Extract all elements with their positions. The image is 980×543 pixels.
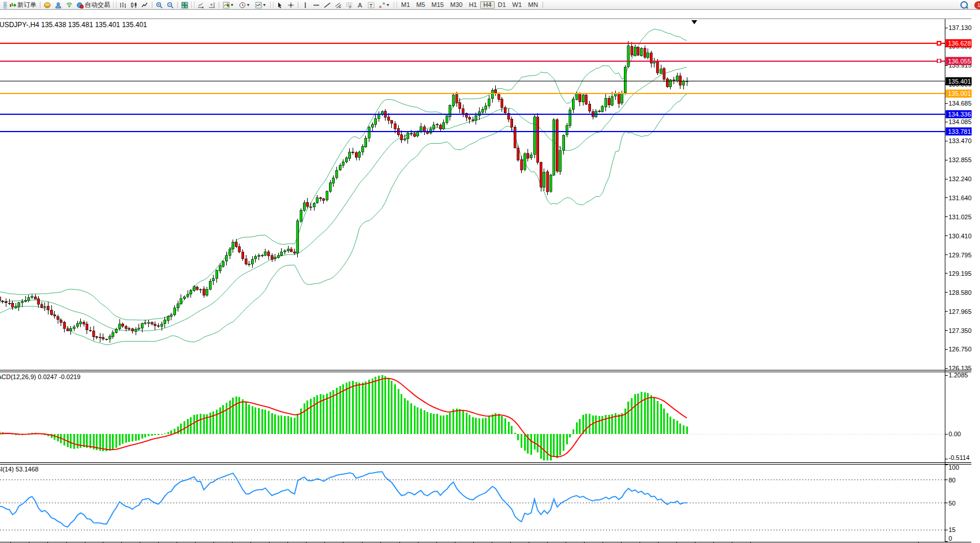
arrows-button[interactable]: ▾ — [377, 1, 392, 9]
timeframe-m5[interactable]: M5 — [413, 1, 428, 9]
candle-down — [96, 336, 98, 337]
bar-chart-button[interactable] — [118, 1, 128, 9]
candle-down — [319, 198, 321, 199]
candle-up — [222, 261, 225, 267]
search-icon — [960, 1, 968, 9]
new-order-label: 新订单 — [17, 1, 36, 9]
price-tick-label: 130.410 — [949, 233, 972, 239]
candle-up — [190, 291, 192, 294]
candle-up — [24, 300, 27, 302]
toolbar-separator — [298, 2, 298, 8]
svg-text:E: E — [339, 5, 341, 9]
open-account-button[interactable] — [53, 1, 63, 9]
candle-up — [634, 47, 636, 56]
autotrading-status-icon — [77, 2, 84, 9]
hline-handle[interactable] — [937, 59, 941, 63]
candle-down — [391, 121, 393, 123]
hline-handle[interactable] — [937, 42, 941, 45]
svg-text:F: F — [349, 5, 351, 9]
bollinger-upper-band — [0, 29, 687, 320]
autotrading-button[interactable]: 自动交易 — [75, 1, 112, 9]
periods-button[interactable]: ▾ — [237, 1, 253, 9]
cursor-icon — [276, 2, 283, 9]
candle-down — [92, 331, 95, 337]
candle-up — [186, 294, 189, 296]
trendline-button[interactable] — [322, 1, 332, 9]
channel-icon: E — [335, 2, 342, 9]
candle-up — [676, 76, 678, 81]
clipped-chart-icon[interactable] — [0, 2, 7, 9]
candle-down — [589, 104, 591, 111]
hline-objects — [0, 42, 945, 132]
candle-up — [660, 69, 662, 73]
candle-up — [559, 151, 562, 171]
candle-down — [267, 252, 270, 256]
chart-shift-icon — [208, 2, 215, 9]
timeframe-m30[interactable]: M30 — [447, 1, 465, 9]
candlestick-button[interactable] — [129, 1, 139, 9]
crosshair-button[interactable] — [286, 1, 296, 9]
candle-down — [547, 172, 549, 192]
channel-button[interactable]: E — [333, 1, 343, 9]
zoom-out-button[interactable] — [165, 1, 175, 9]
new-order-button[interactable]: 新订单 — [8, 1, 38, 9]
chart-shift-button[interactable] — [207, 1, 217, 9]
candle-up — [377, 114, 380, 118]
vertical-line-button[interactable] — [300, 1, 311, 9]
rsi-pane[interactable] — [0, 471, 945, 530]
zoom-in-button[interactable] — [154, 1, 164, 9]
toolbar-grip — [270, 2, 274, 8]
candle-up — [109, 336, 111, 339]
timeframe-m1[interactable]: M1 — [398, 1, 413, 9]
candle-down — [498, 93, 500, 100]
macd-pane[interactable] — [0, 375, 945, 460]
candle-up — [300, 210, 302, 221]
fibonacci-button[interactable]: F — [344, 1, 354, 9]
templates-button[interactable]: ▾ — [253, 1, 269, 9]
candle-up — [621, 93, 623, 103]
candle-up — [164, 320, 166, 323]
notification-badge-icon[interactable]: 1 — [974, 1, 980, 9]
deposit-button[interactable] — [42, 1, 53, 9]
line-chart-button[interactable] — [140, 1, 150, 9]
search-button[interactable] — [959, 1, 970, 9]
tile-windows-button[interactable] — [179, 1, 190, 9]
candle-up — [371, 125, 373, 127]
candle-up — [582, 95, 584, 102]
candle-up — [219, 266, 221, 271]
timeframe-mn[interactable]: MN — [525, 1, 541, 9]
timeframe-h1[interactable]: H1 — [466, 1, 480, 9]
candle-up — [403, 138, 406, 140]
timeframe-d1[interactable]: D1 — [495, 1, 509, 9]
indicators-button[interactable]: ▾ — [221, 1, 237, 9]
candle-up — [112, 332, 114, 336]
rsi-tick-label: 0 — [949, 535, 952, 542]
cursor-button[interactable] — [275, 1, 285, 9]
timeframe-m15[interactable]: M15 — [429, 1, 447, 9]
candle-down — [203, 289, 205, 295]
timeframe-h4[interactable]: H4 — [480, 1, 494, 9]
auto-scroll-button[interactable] — [196, 1, 206, 9]
candle-up — [375, 119, 377, 125]
horizontal-line-button[interactable] — [311, 1, 321, 9]
candle-up — [18, 303, 20, 306]
signals-button[interactable] — [64, 1, 74, 9]
candle-down — [387, 117, 390, 121]
candle-down — [306, 203, 309, 207]
candle-up — [452, 95, 455, 106]
text-label-button[interactable]: T — [366, 1, 376, 9]
chevron-down-icon: ▾ — [263, 2, 267, 8]
price-chart-area[interactable]: 137.130136.530135.915135.300134.685134.0… — [0, 10, 980, 543]
candle-up — [115, 329, 117, 332]
candle-down — [521, 160, 523, 170]
chart-shift-marker[interactable] — [691, 20, 697, 24]
candle-down — [673, 80, 675, 81]
bar-chart-icon — [119, 2, 126, 9]
account-icon — [55, 2, 62, 9]
text-button[interactable]: A — [355, 1, 365, 9]
timeframe-w1[interactable]: W1 — [510, 1, 525, 9]
price-tick-label: 134.685 — [949, 100, 972, 107]
candle-up — [144, 323, 147, 323]
candle-up — [332, 178, 335, 183]
candle-up — [70, 328, 72, 331]
